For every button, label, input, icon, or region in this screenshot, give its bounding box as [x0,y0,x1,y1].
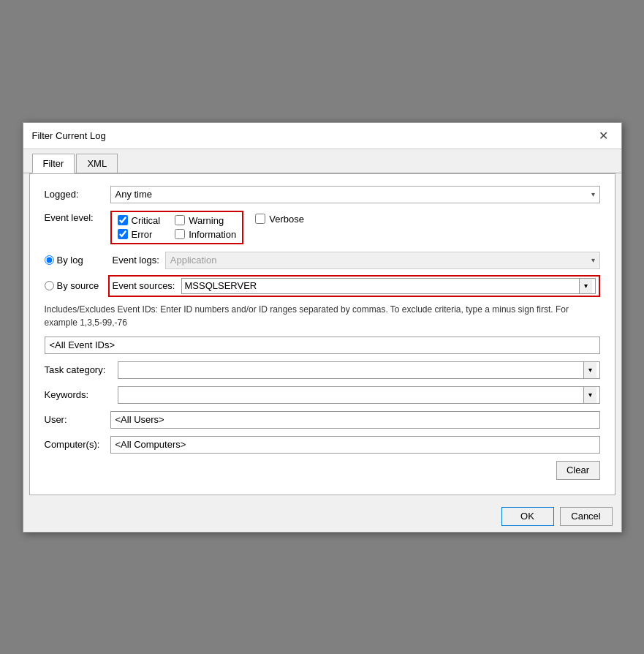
event-sources-dropdown[interactable]: MSSQLSERVER ▾ [181,278,596,294]
event-sources-box: Event sources: MSSQLSERVER ▾ [108,275,600,297]
event-logs-dropdown: Application ▾ [165,252,600,269]
ok-button[interactable]: OK [501,507,554,526]
event-level-section: Event level: Critical Warning Error [45,211,600,244]
warning-checkbox[interactable] [175,215,185,225]
footer-buttons: OK Cancel [23,501,621,532]
clear-button[interactable]: Clear [556,461,600,480]
logged-label: Logged: [45,189,110,200]
by-source-label: By source [57,280,108,291]
computer-label: Computer(s): [45,439,110,450]
tab-filter[interactable]: Filter [32,154,75,173]
clear-row: Clear [45,461,600,480]
by-log-radio[interactable] [45,255,54,265]
critical-label: Critical [132,215,161,226]
dialog: Filter Current Log ✕ Filter XML Logged: … [23,122,622,533]
logged-value: Any time [115,189,153,200]
keywords-label: Keywords: [45,389,118,400]
verbose-checkbox-item: Verbose [255,214,304,225]
logged-row: Logged: Any time ▾ [45,186,600,203]
event-logs-value: Application [170,255,217,266]
verbose-checkbox[interactable] [255,214,265,224]
event-ids-input[interactable] [45,337,600,354]
event-logs-label: Event logs: [113,255,159,266]
event-level-label: Event level: [45,211,110,223]
keywords-dropdown[interactable]: ▾ [118,386,600,404]
keywords-row: Keywords: ▾ [45,386,600,404]
critical-checkbox-item: Critical [118,215,161,226]
computer-row: Computer(s): [45,436,600,454]
by-log-label: By log [57,255,108,266]
logged-dropdown-arrow: ▾ [591,190,595,198]
error-checkbox[interactable] [118,229,128,239]
task-category-arrow: ▾ [583,362,596,378]
warning-checkbox-item: Warning [175,215,236,226]
logged-dropdown[interactable]: Any time ▾ [110,186,600,203]
tab-bar: Filter XML [23,149,621,173]
keywords-arrow: ▾ [583,387,596,403]
event-ids-row [45,337,600,354]
event-sources-arrow: ▾ [579,279,592,293]
by-log-row: By log Event logs: Application ▾ [45,252,600,269]
by-source-radio[interactable] [45,281,54,290]
user-input[interactable] [110,411,600,429]
tab-xml[interactable]: XML [76,154,118,173]
critical-checkbox[interactable] [118,215,128,225]
title-bar: Filter Current Log ✕ [23,123,621,149]
task-category-label: Task category: [45,364,118,375]
user-row: User: [45,411,600,429]
error-label: Error [132,229,153,240]
close-button[interactable]: ✕ [595,127,613,144]
verbose-label: Verbose [269,214,304,225]
by-source-row: By source Event sources: MSSQLSERVER ▾ [45,275,600,297]
filter-content: Logged: Any time ▾ Event level: Critical [29,173,615,495]
error-checkbox-item: Error [118,229,161,240]
computer-input[interactable] [110,436,600,454]
instruction-text: Includes/Excludes Event IDs: Enter ID nu… [45,303,600,329]
task-category-row: Task category: ▾ [45,361,600,379]
task-category-dropdown[interactable]: ▾ [118,361,600,379]
event-level-highlighted: Critical Warning Error Information [110,211,244,244]
event-sources-label: Event sources: [113,280,175,291]
dialog-title: Filter Current Log [32,130,106,141]
information-checkbox-item: Information [175,229,236,240]
information-checkbox[interactable] [175,229,185,239]
information-label: Information [189,229,236,240]
user-label: User: [45,414,110,425]
event-sources-value: MSSQLSERVER [185,280,257,291]
warning-label: Warning [189,215,224,226]
event-logs-arrow: ▾ [591,256,595,264]
verbose-section: Verbose [255,211,304,225]
cancel-button[interactable]: Cancel [560,507,613,526]
